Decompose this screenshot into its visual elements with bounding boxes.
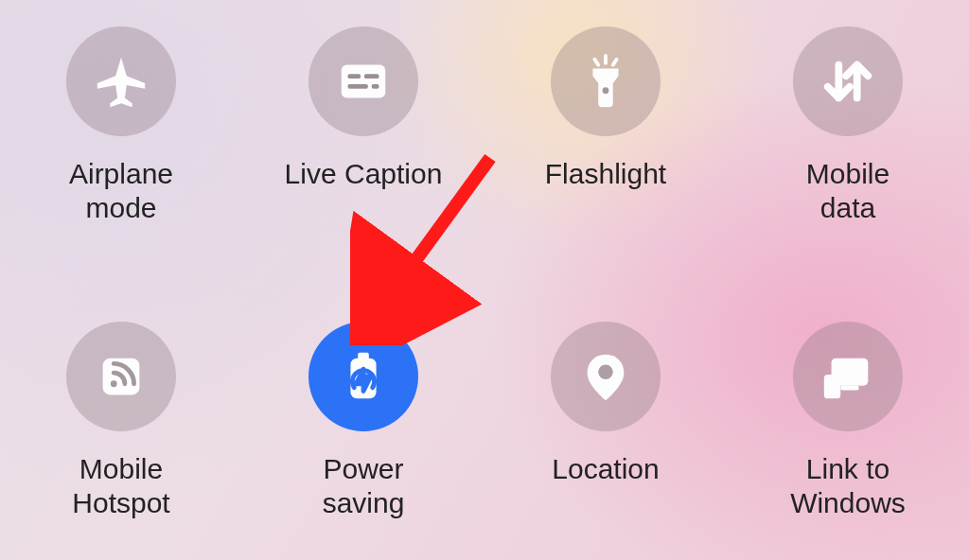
tile-power-saving[interactable]: Power saving — [259, 322, 467, 520]
tile-mobile-hotspot[interactable]: Mobile Hotspot — [17, 322, 225, 520]
tile-label: Link to Windows — [790, 452, 906, 520]
tile-label: Flashlight — [545, 157, 666, 191]
svg-rect-16 — [824, 375, 840, 398]
battery-saver-icon — [308, 322, 418, 431]
tile-label: Power saving — [323, 452, 405, 520]
mobile-data-icon — [793, 26, 903, 136]
quick-settings-grid: Airplane mode Live Caption — [0, 0, 969, 560]
svg-rect-12 — [358, 353, 369, 360]
tile-label: Mobile data — [806, 157, 890, 225]
flashlight-icon — [551, 26, 661, 136]
svg-rect-0 — [342, 65, 386, 98]
tile-location[interactable]: Location — [502, 322, 710, 486]
svg-rect-2 — [364, 74, 379, 79]
svg-point-13 — [598, 364, 613, 379]
link-to-windows-icon — [793, 322, 903, 431]
svg-rect-4 — [372, 84, 379, 89]
svg-line-6 — [594, 60, 598, 65]
airplane-icon — [66, 26, 176, 136]
tile-link-to-windows[interactable]: Link to Windows — [744, 322, 952, 520]
svg-rect-1 — [348, 74, 361, 79]
tile-label: Mobile Hotspot — [72, 452, 169, 520]
location-pin-icon — [551, 322, 661, 431]
svg-point-8 — [603, 87, 609, 94]
svg-point-10 — [111, 380, 117, 387]
tile-airplane-mode[interactable]: Airplane mode — [17, 26, 225, 225]
tile-label: Live Caption — [285, 157, 443, 191]
tile-label: Airplane mode — [69, 157, 173, 225]
svg-line-7 — [613, 60, 617, 65]
tile-label: Location — [552, 452, 659, 486]
tile-flashlight[interactable]: Flashlight — [502, 26, 710, 191]
tile-live-caption[interactable]: Live Caption — [259, 26, 467, 191]
closed-caption-icon — [308, 26, 418, 136]
hotspot-icon — [66, 322, 176, 431]
tile-mobile-data[interactable]: Mobile data — [744, 26, 952, 225]
svg-rect-15 — [840, 386, 858, 391]
quick-settings-panel: Airplane mode Live Caption — [0, 0, 969, 560]
svg-rect-3 — [348, 84, 368, 89]
